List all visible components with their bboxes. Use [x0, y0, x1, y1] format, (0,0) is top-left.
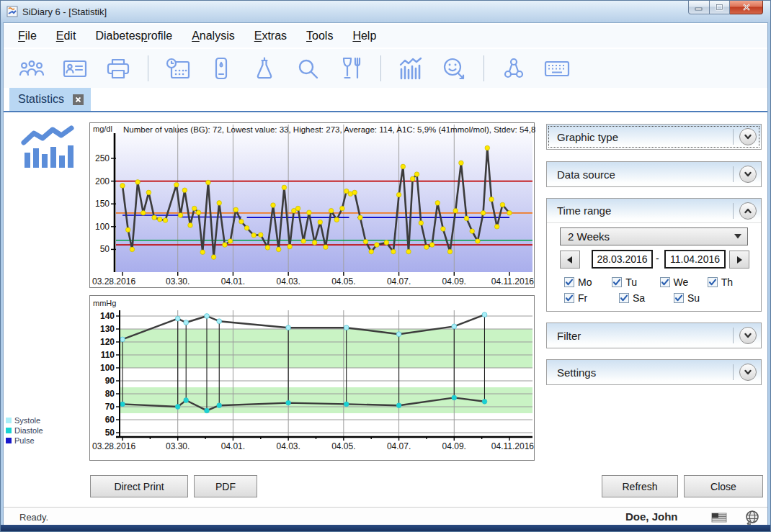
previous-period-button[interactable]: [560, 251, 580, 269]
svg-text:04.03.: 04.03.: [276, 276, 300, 287]
svg-text:04.01.: 04.01.: [221, 276, 245, 287]
weekday-checkbox-sa[interactable]: Sa: [619, 292, 674, 304]
direct-print-button[interactable]: Direct Print: [90, 475, 188, 497]
svg-text:04.07.: 04.07.: [387, 441, 411, 451]
panel-label: Time range: [557, 204, 611, 217]
menu-tools[interactable]: Tools: [306, 30, 333, 42]
checkbox-icon: [708, 277, 718, 287]
weekday-checkbox-tu[interactable]: Tu: [612, 276, 659, 288]
lab-flask-icon[interactable]: [251, 54, 278, 83]
svg-text:120: 120: [100, 337, 115, 347]
glucose-meter-icon[interactable]: [208, 54, 235, 83]
toolbar: [4, 49, 767, 88]
checkbox-icon: [660, 277, 670, 287]
chevron-up-icon: [743, 206, 753, 216]
menu-edit[interactable]: Edit: [56, 30, 76, 42]
svg-text:100: 100: [100, 363, 115, 373]
keyboard-icon[interactable]: [543, 54, 571, 83]
svg-text:04.09.: 04.09.: [442, 276, 466, 287]
calendar-clock-icon[interactable]: [164, 54, 192, 83]
svg-text:04.09.: 04.09.: [442, 441, 466, 451]
panel-settings[interactable]: Settings: [546, 359, 762, 385]
chevron-down-icon: [743, 367, 753, 377]
weekday-checkbox-we[interactable]: We: [660, 276, 708, 288]
svg-text:200: 200: [95, 176, 110, 186]
menu-diabetesprofile[interactable]: Diabetesprofile: [95, 30, 172, 42]
panel-data-source[interactable]: Data source: [546, 161, 762, 187]
checkbox-icon: [619, 293, 629, 303]
restore-button[interactable]: [710, 1, 730, 14]
svg-text:110: 110: [101, 350, 115, 360]
refresh-button[interactable]: Refresh: [602, 475, 678, 497]
collapse-button[interactable]: [739, 202, 757, 220]
svg-text:04.05.: 04.05.: [331, 276, 355, 287]
expand-button[interactable]: [739, 128, 757, 145]
contact-card-icon[interactable]: [61, 54, 89, 83]
expand-button[interactable]: [739, 364, 757, 381]
close-window-button[interactable]: [730, 1, 763, 14]
minimize-button[interactable]: [688, 1, 710, 14]
checkbox-icon: [564, 277, 574, 287]
smiley-export-icon[interactable]: [440, 54, 468, 83]
time-range-header[interactable]: Time range: [547, 199, 761, 223]
close-button[interactable]: Close: [684, 475, 763, 497]
menu-help[interactable]: Help: [352, 30, 376, 42]
app-body: FileEditDiabetesprofileAnalysisExtrasToo…: [3, 22, 768, 525]
tab-close-button[interactable]: [73, 94, 84, 105]
date-range-separator: -: [656, 253, 659, 264]
minimize-icon: [695, 4, 703, 11]
app-window: SiDiary 6 - [Statistik] FileEditDiabetes…: [0, 0, 771, 532]
tab-label: Statistics: [18, 93, 64, 106]
weekday-checkbox-fr[interactable]: Fr: [564, 292, 619, 304]
svg-text:Number of values (BG): 72, Low: Number of values (BG): 72, Lowest value:…: [123, 125, 535, 134]
legend-item-pulse: Pulse: [6, 436, 43, 446]
weekday-checkbox-mo[interactable]: Mo: [564, 276, 612, 288]
svg-text:50: 50: [100, 244, 110, 254]
checkbox-icon: [612, 277, 622, 287]
weekday-checkbox-row: MoTuWeTh: [564, 276, 755, 288]
expand-button[interactable]: [739, 166, 757, 183]
date-from-input[interactable]: 28.03.2016: [592, 250, 653, 269]
chevron-down-icon: [743, 330, 753, 341]
arrow-right-icon: [736, 256, 742, 263]
svg-text:04.11.2016: 04.11.2016: [491, 441, 534, 451]
expand-button[interactable]: [739, 327, 757, 344]
statistics-icon[interactable]: [397, 54, 424, 83]
svg-text:70: 70: [105, 402, 115, 412]
legend-item-systole: Systole: [6, 415, 43, 425]
menu-analysis[interactable]: Analysis: [192, 30, 235, 42]
panel-graphic-type[interactable]: Graphic type: [546, 124, 762, 150]
date-to-input[interactable]: 11.04.2016: [664, 250, 726, 269]
share-network-icon[interactable]: [500, 54, 527, 83]
time-range-content: 2 Weeks 28.03.2016 - 11.04.2016 MoTuWeTh…: [547, 223, 761, 310]
nutrition-icon[interactable]: [337, 54, 365, 83]
language-flag-icon[interactable]: [711, 513, 727, 526]
weekday-checkbox-su[interactable]: Su: [674, 292, 728, 304]
bp-legend: SystoleDiastolePulse: [6, 415, 43, 446]
panel-filter[interactable]: Filter: [546, 323, 762, 348]
checkbox-icon: [564, 293, 574, 303]
svg-text:100: 100: [95, 222, 110, 232]
pdf-button[interactable]: PDF: [194, 475, 257, 497]
svg-text:04.07.: 04.07.: [387, 276, 411, 287]
next-period-button[interactable]: [729, 251, 749, 269]
close-icon: [75, 96, 81, 103]
panel-label: Data source: [557, 168, 615, 181]
users-group-icon[interactable]: [18, 54, 45, 83]
printer-icon[interactable]: [104, 54, 132, 83]
weekday-checkbox-row: FrSaSu: [564, 292, 755, 304]
tab-statistics[interactable]: Statistics: [9, 88, 91, 111]
arrow-left-icon: [567, 256, 573, 263]
selected-preset: 2 Weeks: [568, 230, 610, 243]
chevron-down-icon: [743, 169, 753, 179]
time-range-preset-select[interactable]: 2 Weeks: [560, 227, 748, 245]
weekday-checkbox-th[interactable]: Th: [708, 276, 755, 288]
search-icon[interactable]: [294, 54, 321, 83]
svg-text:50: 50: [105, 428, 115, 438]
menu-file[interactable]: File: [18, 30, 37, 42]
menu-extras[interactable]: Extras: [254, 30, 287, 42]
window-title: SiDiary 6 - [Statistik]: [22, 6, 107, 17]
svg-text:03.30.: 03.30.: [166, 441, 190, 451]
svg-text:04.05.: 04.05.: [331, 441, 355, 451]
status-bar: Ready. Doe, John: [4, 507, 767, 526]
